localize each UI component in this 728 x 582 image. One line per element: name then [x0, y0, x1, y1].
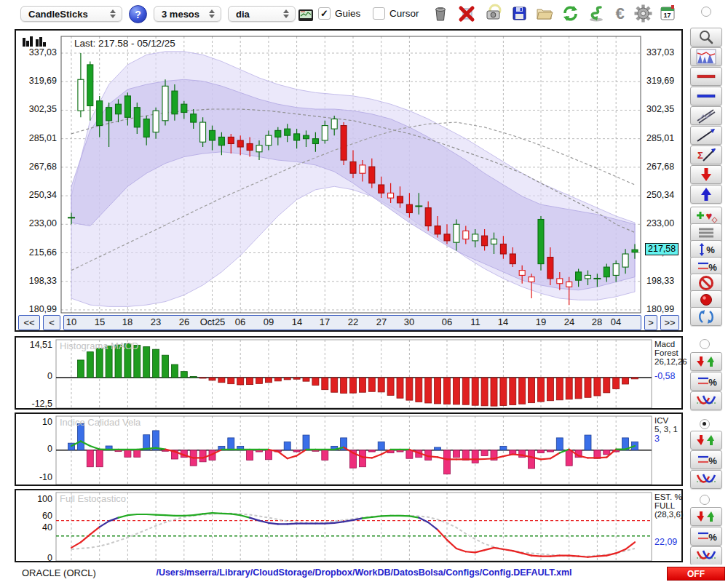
- scroll-last-button[interactable]: >>: [660, 315, 679, 330]
- guies-checkbox[interactable]: ✓ Guies: [318, 7, 360, 20]
- main-chart-radio[interactable]: [701, 7, 711, 17]
- date-label: 19: [526, 316, 555, 327]
- date-label: 30: [395, 316, 424, 327]
- trash-button[interactable]: [431, 4, 451, 23]
- arrows-updown-icon: [692, 353, 721, 370]
- stochastic-panel: Full Estocastico 100 60 40 0 EST. %FULL(…: [15, 489, 683, 562]
- date-label: 15: [85, 316, 114, 327]
- icv-compare-lines-button[interactable]: %: [690, 450, 722, 469]
- stoch-y100-label: 100: [19, 494, 52, 504]
- price-axis-label: 319,69: [646, 76, 674, 86]
- icv-current-value: 3: [654, 434, 660, 444]
- price-axis-label: 215,66: [17, 247, 57, 258]
- stoch-arrows-updown-button[interactable]: [690, 507, 722, 526]
- price-axis-label: 302,35: [17, 104, 57, 114]
- delete-red-x-button[interactable]: [457, 4, 477, 23]
- icv-yzero-label: 0: [19, 444, 52, 454]
- revert-button[interactable]: [587, 4, 606, 23]
- arrow-up-blue-icon: [692, 186, 721, 203]
- cursor-label: Cursor: [389, 8, 419, 19]
- cursor-checkbox[interactable]: Cursor: [373, 7, 419, 20]
- price-axis-label: 250,34: [17, 190, 57, 200]
- sync-arrows-tool-button[interactable]: [690, 307, 722, 326]
- trend-line-tool-button[interactable]: [690, 126, 722, 145]
- measure-percent-icon: %: [692, 241, 721, 258]
- date-label: 09: [254, 316, 283, 327]
- timeframe-select[interactable]: dia: [228, 6, 296, 22]
- scroll-next-button[interactable]: >: [644, 315, 657, 330]
- date-axis[interactable]: 1015182326Oct250609141722273006111419242…: [63, 315, 641, 330]
- calendar-button[interactable]: 17: [657, 4, 677, 23]
- sigma-trend-tool-button[interactable]: Σ: [690, 146, 722, 164]
- blue-line-tool-button[interactable]: [690, 87, 722, 105]
- price-axis-label: 267,68: [17, 162, 57, 172]
- blue-line-icon: [692, 87, 721, 105]
- stoch-curves-icon: [692, 547, 721, 565]
- off-button[interactable]: OFF: [667, 567, 725, 581]
- last-price-label: Last: 217.58 - 05/12/25: [74, 38, 175, 49]
- zoom-tool-button[interactable]: [690, 28, 722, 47]
- svg-text:Σ: Σ: [697, 150, 703, 161]
- snapshot-icon: [483, 4, 503, 23]
- indicator-chart-icon: [692, 48, 721, 65]
- save-button[interactable]: [510, 4, 529, 23]
- macd-panel-radio[interactable]: [700, 339, 710, 349]
- scroll-first-button[interactable]: <<: [18, 315, 40, 330]
- macd-ymin-label: -12,5: [19, 399, 52, 409]
- price-axis-label: 180,99: [17, 304, 57, 314]
- arrow-down-red-tool-button[interactable]: [690, 165, 722, 184]
- macd-compare-lines-button[interactable]: %: [690, 372, 722, 391]
- arrow-down-red-icon: [692, 166, 721, 183]
- record-icon: [692, 291, 721, 308]
- macd-arrows-updown-button[interactable]: [690, 352, 722, 371]
- stoch-panel-radio[interactable]: [700, 495, 710, 505]
- sigma-trend-icon: Σ: [692, 146, 721, 164]
- arrow-up-blue-tool-button[interactable]: [690, 185, 722, 204]
- refresh-icon: [561, 4, 580, 23]
- mini-chart-icon[interactable]: [296, 5, 315, 25]
- icv-panel-radio[interactable]: [700, 419, 710, 429]
- price-axis-label: 285,01: [17, 133, 57, 143]
- stoch-y0-label: 0: [19, 553, 52, 563]
- price-axis-label: 267,68: [646, 162, 674, 172]
- date-label: 22: [339, 316, 368, 327]
- checkbox-box[interactable]: ✓: [318, 7, 331, 20]
- arrows-updown-icon: [692, 508, 721, 525]
- stoch-curves-icon: [692, 392, 721, 410]
- macd-stoch-curves-button[interactable]: [690, 391, 722, 410]
- period-select[interactable]: 3 mesos: [154, 6, 221, 22]
- svg-text:€: €: [615, 4, 624, 23]
- svg-text:%: %: [708, 455, 717, 466]
- date-label: 06: [432, 316, 462, 327]
- guies-label: Guies: [335, 8, 360, 19]
- checkbox-box[interactable]: [373, 7, 385, 20]
- stoch-stoch-curves-button[interactable]: [690, 546, 722, 565]
- svg-text:%: %: [708, 532, 717, 543]
- open-folder-button[interactable]: [534, 4, 554, 23]
- forbid-icon: [692, 274, 721, 292]
- icv-arrows-updown-button[interactable]: [690, 431, 722, 450]
- period-value: 3 mesos: [162, 9, 203, 20]
- settings-gear-button[interactable]: [633, 4, 653, 23]
- chart-type-select[interactable]: CandleSticks: [20, 6, 122, 22]
- macd-panel: Histograma MACD 14,51 0 -12,5 MacdForest…: [15, 336, 683, 410]
- chart-type-value: CandleSticks: [28, 9, 104, 20]
- trend-channel-tool-button[interactable]: [690, 106, 722, 125]
- help-button[interactable]: ?: [129, 5, 147, 23]
- red-line-tool-button[interactable]: [690, 67, 722, 86]
- arrows-updown-icon: [692, 431, 721, 449]
- icv-stoch-curves-button[interactable]: [690, 470, 722, 489]
- euro-button[interactable]: €: [610, 4, 630, 23]
- price-chart-panel: Last: 217.58 - 05/12/25 337,03319,69302,…: [15, 29, 683, 332]
- icv-params: ICV5, 3, 1: [654, 416, 678, 434]
- date-label: 04: [601, 316, 630, 327]
- snapshot-button[interactable]: [483, 4, 503, 23]
- refresh-button[interactable]: [561, 4, 580, 23]
- stoch-compare-lines-button[interactable]: %: [690, 527, 722, 546]
- euro-icon: €: [610, 4, 630, 23]
- svg-text:%: %: [708, 377, 717, 388]
- indicator-chart-tool-button[interactable]: [690, 47, 722, 66]
- price-plot[interactable]: [16, 31, 681, 330]
- price-axis-label: 285,01: [646, 133, 674, 143]
- price-axis-label: 198,33: [17, 276, 57, 286]
